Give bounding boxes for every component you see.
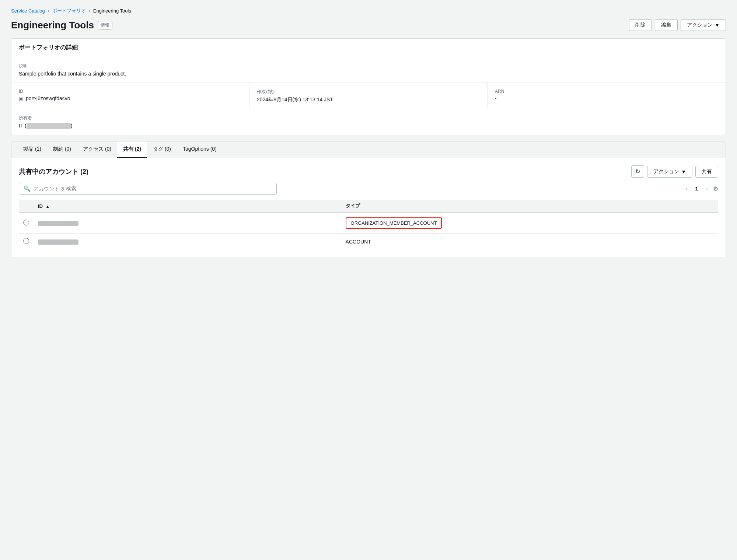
table-header-row: ID ▲ タイプ	[19, 200, 718, 213]
breadcrumb-portfolio[interactable]: ポートフォリオ	[52, 7, 86, 14]
shared-accounts-header: 共有中のアカウント (2) ↻ アクション ▼ 共有	[19, 165, 718, 178]
tabs-header: 製品 (1) 制約 (0) アクセス (0) 共有 (2) タグ (0) Tag…	[11, 141, 726, 158]
portfolio-details-header: ポートフォリオの詳細	[11, 39, 726, 57]
description-section: 説明 Sample portfolio that contains a sing…	[11, 57, 726, 83]
row2-account-id	[38, 239, 78, 245]
tab-shared[interactable]: 共有 (2)	[117, 141, 147, 158]
page-title: Engineering Tools	[11, 20, 94, 31]
created-label: 作成時刻	[257, 89, 480, 95]
table-settings-icon[interactable]: ⚙	[713, 185, 718, 192]
tab-access[interactable]: アクセス (0)	[77, 141, 117, 158]
portfolio-details-card: ポートフォリオの詳細 説明 Sample portfolio that cont…	[11, 38, 726, 135]
owner-value: IT ( )	[19, 123, 718, 129]
prev-page-button[interactable]: ‹	[682, 184, 690, 193]
breadcrumb: Service Catalog › ポートフォリオ › Engineering …	[11, 7, 726, 14]
owner-label: 所有者	[19, 115, 718, 121]
row1-account-id	[38, 221, 78, 226]
shared-accounts-title: 共有中のアカウント (2)	[19, 167, 88, 176]
search-bar: 🔍	[19, 183, 277, 195]
search-icon: 🔍	[24, 185, 31, 192]
table-row: ACCOUNT	[19, 234, 718, 250]
row2-type-value: ACCOUNT	[346, 239, 371, 245]
table-col-select	[19, 200, 34, 213]
tab-products[interactable]: 製品 (1)	[17, 141, 47, 158]
row1-type-cell: ORGANIZATION_MEMBER_ACCOUNT	[341, 213, 718, 234]
breadcrumb-service-catalog[interactable]: Service Catalog	[11, 8, 45, 14]
action-button[interactable]: アクション ▼	[681, 19, 726, 31]
page-title-area: Engineering Tools 情報	[11, 20, 112, 31]
tab-constraints[interactable]: 制約 (0)	[47, 141, 77, 158]
row1-id-cell	[34, 213, 341, 234]
table-row: ORGANIZATION_MEMBER_ACCOUNT	[19, 213, 718, 234]
shared-action-button[interactable]: アクション ▼	[647, 166, 692, 178]
arn-value: -	[495, 95, 718, 101]
tab-tagoptions[interactable]: TagOptions (0)	[177, 141, 223, 158]
row1-select-cell	[19, 213, 34, 234]
arn-cell: ARN -	[488, 83, 726, 109]
details-grid: ID ▣ port-j6zoswqfdacvo 作成時刻 2024年8月14日(…	[11, 83, 726, 109]
tabs-container: 製品 (1) 制約 (0) アクセス (0) 共有 (2) タグ (0) Tag…	[11, 141, 726, 257]
id-value: port-j6zoswqfdacvo	[26, 95, 70, 101]
table-col-type: タイプ	[341, 200, 718, 213]
tab-tags[interactable]: タグ (0)	[147, 141, 177, 158]
owner-section: 所有者 IT ( )	[11, 109, 726, 135]
breadcrumb-sep-2: ›	[89, 8, 90, 13]
share-button[interactable]: 共有	[695, 166, 718, 178]
edit-button[interactable]: 編集	[655, 19, 678, 31]
tab-content-shared: 共有中のアカウント (2) ↻ アクション ▼ 共有 🔍 ‹ 1 › ⚙	[11, 158, 726, 257]
shared-action-chevron-icon: ▼	[681, 169, 686, 175]
row2-radio[interactable]	[23, 238, 29, 244]
next-page-button[interactable]: ›	[703, 184, 711, 193]
breadcrumb-sep-1: ›	[48, 8, 49, 13]
shared-action-label: アクション	[653, 168, 679, 175]
sort-arrow-icon: ▲	[46, 204, 50, 209]
created-value: 2024年8月14日(水) 13:13:14 JST	[257, 97, 480, 103]
action-chevron-icon: ▼	[715, 22, 720, 28]
header-buttons: 削除 編集 アクション ▼	[629, 19, 726, 31]
row2-select-cell	[19, 234, 34, 250]
shared-accounts-table: ID ▲ タイプ ORGANIZATION_MEMBER_ACCO	[19, 200, 718, 249]
id-label: ID	[19, 89, 242, 94]
col-id-label: ID	[38, 203, 43, 209]
arn-label: ARN	[495, 89, 718, 94]
created-cell: 作成時刻 2024年8月14日(水) 13:13:14 JST	[249, 83, 488, 109]
copy-icon[interactable]: ▣	[19, 95, 24, 101]
search-input[interactable]	[34, 186, 272, 192]
page-title-badge: 情報	[98, 21, 112, 29]
breadcrumb-current: Engineering Tools	[93, 8, 131, 14]
pagination-area: ‹ 1 › ⚙	[682, 184, 718, 193]
page-header: Engineering Tools 情報 削除 編集 アクション ▼	[11, 19, 726, 31]
refresh-button[interactable]: ↻	[631, 165, 644, 178]
row2-type-cell: ACCOUNT	[341, 234, 718, 250]
id-cell: ID ▣ port-j6zoswqfdacvo	[11, 83, 249, 109]
description-value: Sample portfolio that contains a single …	[19, 71, 718, 77]
delete-button[interactable]: 削除	[629, 19, 652, 31]
action-label: アクション	[687, 22, 713, 28]
section-actions: ↻ アクション ▼ 共有	[631, 165, 718, 178]
row2-id-cell	[34, 234, 341, 250]
owner-blurred	[27, 123, 71, 129]
id-value-container: ▣ port-j6zoswqfdacvo	[19, 95, 242, 101]
description-label: 説明	[19, 63, 718, 69]
row1-radio[interactable]	[23, 220, 29, 225]
table-col-id[interactable]: ID ▲	[34, 200, 341, 213]
row1-type-value: ORGANIZATION_MEMBER_ACCOUNT	[346, 217, 442, 229]
page-number: 1	[692, 184, 701, 193]
